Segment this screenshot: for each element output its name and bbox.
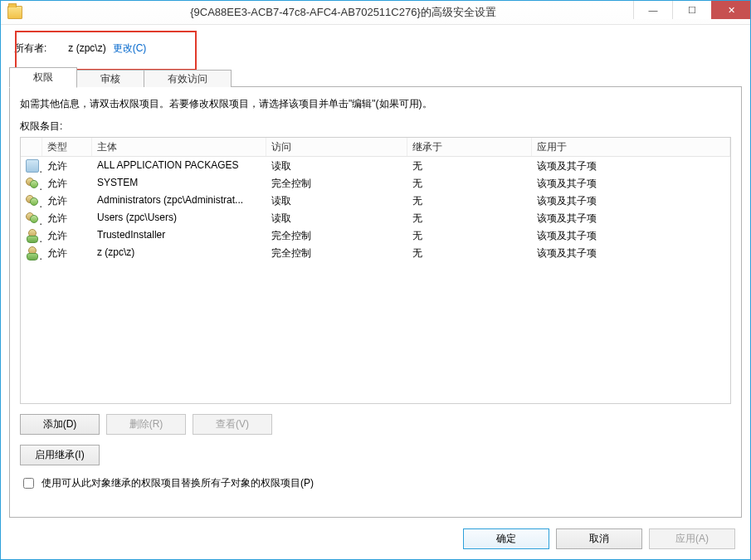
cell-applies: 该项及其子项 <box>532 192 730 209</box>
principal-icon <box>26 194 39 207</box>
listview-header[interactable]: 类型 主体 访问 继承于 应用于 <box>21 138 730 157</box>
cell-access: 读取 <box>266 157 407 174</box>
cell-inherited: 无 <box>407 226 532 244</box>
dialog-body: 所有者: z (zpc\z) 更改(C) 权限 审核 有效访问 如需其他信息，请… <box>9 31 742 518</box>
cell-applies: 该项及其子项 <box>532 226 730 244</box>
tab-auditing[interactable]: 审核 <box>76 70 144 87</box>
principal-icon <box>26 229 39 242</box>
principal-icon <box>26 212 39 225</box>
cell-access: 完全控制 <box>266 244 407 261</box>
owner-row: 所有者: z (zpc\z) 更改(C) <box>9 31 742 62</box>
cell-access: 读取 <box>266 192 407 209</box>
add-button[interactable]: 添加(D) <box>20 414 100 435</box>
cell-principal: TrustedInstaller <box>92 226 266 244</box>
folder-icon <box>7 6 22 19</box>
cell-access: 读取 <box>266 209 407 226</box>
cell-inherited: 无 <box>407 209 532 226</box>
permissions-listview[interactable]: 类型 主体 访问 继承于 应用于 允许ALL APPLICATION PACKA… <box>20 137 731 404</box>
owner-label: 所有者: <box>14 41 46 56</box>
cell-inherited: 无 <box>407 244 532 261</box>
principal-icon <box>26 159 39 173</box>
view-button: 查看(V) <box>193 414 272 435</box>
cell-applies: 该项及其子项 <box>532 157 730 174</box>
replace-children-checkbox[interactable] <box>23 478 34 489</box>
minimize-button[interactable]: — <box>633 1 672 19</box>
header-access[interactable]: 访问 <box>266 138 407 156</box>
cell-applies: 该项及其子项 <box>532 209 730 226</box>
change-owner-link[interactable]: 更改(C) <box>113 41 147 56</box>
principal-icon <box>26 246 39 260</box>
header-principal[interactable]: 主体 <box>92 138 266 156</box>
cell-principal: SYSTEM <box>92 174 266 192</box>
table-row[interactable]: 允许TrustedInstaller完全控制无该项及其子项 <box>21 226 730 244</box>
table-row[interactable]: 允许z (zpc\z)完全控制无该项及其子项 <box>21 244 730 261</box>
cell-inherited: 无 <box>407 192 532 209</box>
listview-rows: 允许ALL APPLICATION PACKAGES读取无该项及其子项允许SYS… <box>21 157 730 261</box>
table-row[interactable]: 允许Users (zpc\Users)读取无该项及其子项 <box>21 209 730 226</box>
header-applies[interactable]: 应用于 <box>532 138 730 156</box>
replace-children-label: 使用可从此对象继承的权限项目替换所有子对象的权限项目(P) <box>41 476 314 490</box>
info-text: 如需其他信息，请双击权限项目。若要修改权限项目，请选择该项目并单击"编辑"(如果… <box>20 97 731 111</box>
tab-strip: 权限 审核 有效访问 <box>9 67 742 87</box>
header-inherited[interactable]: 继承于 <box>407 138 532 156</box>
cell-type: 允许 <box>42 209 92 226</box>
table-row[interactable]: 允许SYSTEM完全控制无该项及其子项 <box>21 174 730 192</box>
cell-principal: ALL APPLICATION PACKAGES <box>92 157 266 174</box>
titlebar[interactable]: {9CA88EE3-ACB7-47c8-AFC4-AB702511C276}的高… <box>1 1 750 25</box>
header-type[interactable]: 类型 <box>42 138 92 156</box>
cell-principal: z (zpc\z) <box>92 244 266 261</box>
cell-type: 允许 <box>42 157 92 174</box>
inherit-button-row: 启用继承(I) <box>20 445 731 465</box>
enable-inheritance-button[interactable]: 启用继承(I) <box>20 445 100 465</box>
tab-effective[interactable]: 有效访问 <box>144 70 232 87</box>
ok-button[interactable]: 确定 <box>463 528 549 549</box>
tab-content-permissions: 如需其他信息，请双击权限项目。若要修改权限项目，请选择该项目并单击"编辑"(如果… <box>9 87 742 518</box>
table-row[interactable]: 允许Administrators (zpc\Administrat...读取无该… <box>21 192 730 209</box>
table-row[interactable]: 允许ALL APPLICATION PACKAGES读取无该项及其子项 <box>21 157 730 174</box>
cell-type: 允许 <box>42 192 92 209</box>
advanced-security-window: {9CA88EE3-ACB7-47c8-AFC4-AB702511C276}的高… <box>0 0 751 560</box>
cell-principal: Users (zpc\Users) <box>92 209 266 226</box>
apply-button: 应用(A) <box>649 528 735 549</box>
cancel-button[interactable]: 取消 <box>556 528 642 549</box>
cell-type: 允许 <box>42 226 92 244</box>
close-button[interactable]: ✕ <box>711 1 750 19</box>
tab-permissions[interactable]: 权限 <box>9 67 77 88</box>
row-action-buttons: 添加(D) 删除(R) 查看(V) <box>20 414 731 435</box>
principal-icon <box>26 177 39 190</box>
cell-type: 允许 <box>42 244 92 261</box>
cell-inherited: 无 <box>407 174 532 192</box>
remove-button: 删除(R) <box>106 414 186 435</box>
window-controls: — ☐ ✕ <box>633 1 750 21</box>
cell-access: 完全控制 <box>266 226 407 244</box>
maximize-button[interactable]: ☐ <box>672 1 711 19</box>
entries-label: 权限条目: <box>20 119 731 134</box>
cell-applies: 该项及其子项 <box>532 244 730 261</box>
dialog-footer: 确定 取消 应用(A) <box>1 518 750 559</box>
replace-children-row[interactable]: 使用可从此对象继承的权限项目替换所有子对象的权限项目(P) <box>20 475 731 491</box>
cell-principal: Administrators (zpc\Administrat... <box>92 192 266 209</box>
cell-applies: 该项及其子项 <box>532 174 730 192</box>
owner-value: z (zpc\z) <box>68 42 105 54</box>
cell-inherited: 无 <box>407 157 532 174</box>
cell-access: 完全控制 <box>266 174 407 192</box>
cell-type: 允许 <box>42 174 92 192</box>
